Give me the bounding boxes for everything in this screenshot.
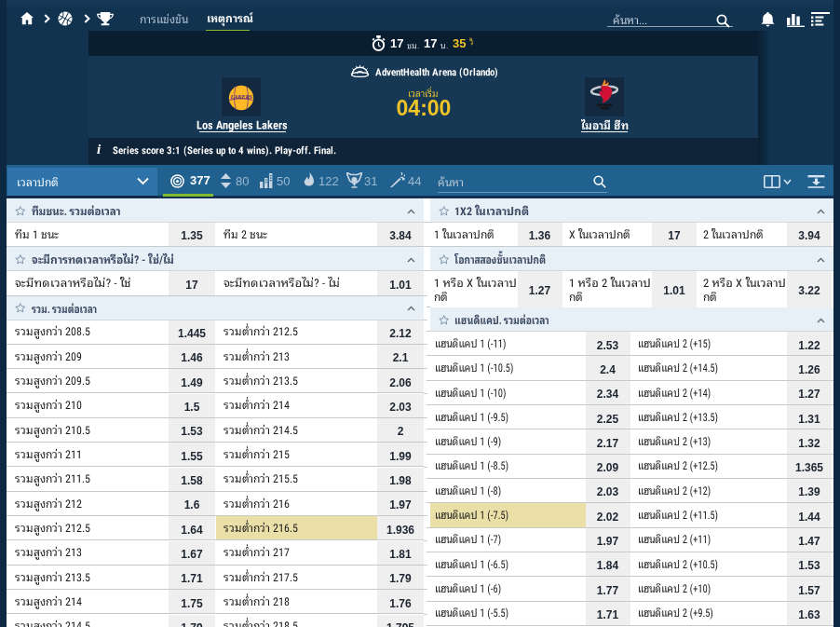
svg-text:LAKERS: LAKERS [230,93,253,100]
